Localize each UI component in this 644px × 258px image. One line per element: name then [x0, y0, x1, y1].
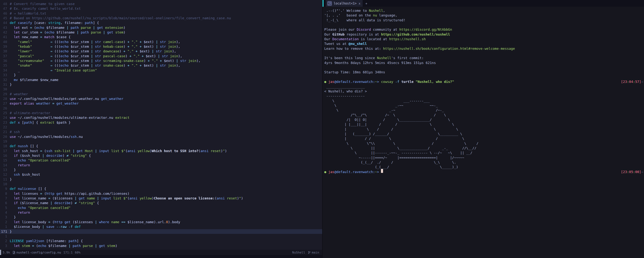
line-number: 36: [0, 58, 10, 63]
code-line[interactable]: 16 if ($ssh_host | describe) ≠ "string" …: [0, 153, 322, 158]
code-line[interactable]: 36 "screamsnake" ⇒ (((echo $cur_stem | s…: [0, 58, 322, 63]
code-line[interactable]: 17 let ssh_host = (ssh ssh-list | get Ho…: [0, 149, 322, 153]
code-text: }: [10, 73, 16, 77]
code-line[interactable]: 47# Ex. caseify camel hello_world.txt: [0, 6, 322, 11]
code-line[interactable]: 10: [0, 182, 322, 186]
timestamp: [23:05:00]→: [621, 170, 643, 174]
terminal-output[interactable]: .--()°'.' Welcome to Nushell,'|, . ,' ba…: [322, 7, 644, 258]
code-line[interactable]: 1: [0, 234, 322, 239]
code-line[interactable]: 24use ~/.config/nushell/modules/ultimate…: [0, 115, 322, 120]
code-line[interactable]: 2 let license_body = (http get ($license…: [0, 220, 322, 224]
code-line[interactable]: 29# weather: [0, 92, 322, 96]
editor-pane: 48# Convert filename to given case47# Ex…: [0, 0, 322, 258]
code-text: "kebab" ⇒ (((echo $cur_stem | str kebab-…: [10, 44, 180, 49]
block-cursor[interactable]: [381, 169, 383, 173]
code-text: # ssh: [10, 129, 20, 134]
code-text: }: [10, 167, 16, 172]
code-text: LICENSE yaml2json [filename: path] {: [10, 239, 83, 243]
code-line[interactable]: 20use ~/.config/nushell/modules/ssh.nu: [0, 134, 322, 139]
code-text: if ($ssh_host | describe) ≠ "string" {: [10, 153, 91, 158]
line-number: 20: [0, 134, 10, 139]
code-line[interactable]: 3 let stem = (echo $filename | path pars…: [0, 244, 322, 248]
code-line[interactable]: 22: [0, 125, 322, 129]
tab-title: localhost<1>: [334, 1, 357, 5]
code-text: "snake" ⇒ (((echo $cur_stem | str snake-…: [10, 63, 180, 68]
code-line[interactable]: 28use ~/.config/nushell/modules/get-weat…: [0, 96, 322, 101]
code-line[interactable]: 34 _ ⇒ "Invalid case option": [0, 68, 322, 73]
line-number: 29: [0, 92, 10, 96]
line-number: 47: [0, 6, 10, 11]
terminal-row: \ _-~ /~-_: [324, 108, 644, 112]
status-left: 5.9k nushell-config/config.nu 171:1 60%: [2, 251, 80, 254]
code-line[interactable]: 48# Convert filename to given case: [0, 1, 322, 6]
code-line[interactable]: 43 let ext = (echo $filename | path pars…: [0, 25, 322, 30]
code-line[interactable]: 8 let licenses = (http get https://api.g…: [0, 191, 322, 196]
terminal-text: [: [621, 170, 623, 174]
code-line[interactable]: 4 return: [0, 210, 322, 215]
code-text: }: [10, 215, 16, 220]
code-line[interactable]: 37 "pascal" ⇒ (((echo $cur_stem | str pa…: [0, 54, 322, 58]
code-line[interactable]: 38 "lower" ⇒ (((echo $cur_stem | str dow…: [0, 49, 322, 53]
line-number: 3: [0, 215, 10, 220]
code-line[interactable]: 9def nulicense [] {: [0, 186, 322, 191]
code-line[interactable]: 40 "camel" ⇒ (((echo $cur_stem | str cam…: [0, 39, 322, 44]
code-line-current[interactable]: 171}: [0, 229, 322, 234]
code-line[interactable]: 18def nussh [] {: [0, 144, 322, 148]
code-line[interactable]: 13 }: [0, 167, 322, 172]
git-branch-name: main: [312, 251, 319, 254]
active-pane-accent: [322, 0, 324, 7]
code-line[interactable]: 23def x [path] { extract $path }: [0, 120, 322, 125]
tab-close-button[interactable]: x: [359, 2, 360, 5]
code-line[interactable]: 27export alias weather = get_weather: [0, 101, 322, 106]
code-line[interactable]: 33 }: [0, 73, 322, 77]
code-line[interactable]: 15 echo "Operation cancelled": [0, 158, 322, 163]
terminal-text: ~-----||====/~ |==================| |/~~…: [324, 155, 464, 160]
code-line[interactable]: 45# Based on https://github.com/nushell/…: [0, 16, 322, 20]
code-line[interactable]: 46# ⇒ helloWorld.txt: [0, 11, 322, 16]
code-line[interactable]: 5 echo "Operation cancelled": [0, 206, 322, 210]
code-line[interactable]: 32 mv $filename $new_name: [0, 77, 322, 82]
terminal-text: \ _-~ /~-_: [324, 108, 444, 112]
app-window: 48# Convert filename to given case47# Ex…: [0, 0, 644, 258]
terminal-text: @nu_shell: [348, 41, 367, 46]
code-line[interactable]: 3 }: [0, 215, 322, 220]
code-text: # ultimate-extractor: [10, 111, 50, 115]
terminal-text: [399, 79, 402, 84]
line-number: 48: [0, 1, 10, 6]
code-line[interactable]: 7 let license_name = ($licenses | get na…: [0, 196, 322, 201]
code-text: # ⇒ helloWorld.txt: [10, 11, 46, 16]
code-line[interactable]: 2LICENSE yaml2json [filename: path] {: [0, 239, 322, 243]
code-line[interactable]: 42 let cur_stem = (echo $filename | path…: [0, 30, 322, 35]
terminal-text: :: [627, 80, 629, 84]
line-number: 11: [0, 177, 10, 182]
code-line[interactable]: 11}: [0, 177, 322, 182]
code-line[interactable]: 6 if ($license_name | describe) ≠ "strin…: [0, 201, 322, 205]
line-number: 6: [0, 201, 10, 205]
code-line[interactable]: 1 $license_body | save --raw -f def: [0, 224, 322, 229]
code-line[interactable]: 21# ssh: [0, 129, 322, 134]
code-line[interactable]: 44def caseify [case: string, filename: p…: [0, 20, 322, 25]
code-text: # Convert filename to given case: [10, 1, 75, 6]
line-number: 26: [0, 106, 10, 111]
scroll-indicator[interactable]: [0, 250, 1, 255]
terminal-text: '|, . ,' based on the: [324, 13, 373, 17]
code-line[interactable]: 35 "snake" ⇒ (((echo $cur_stem | str sna…: [0, 63, 322, 68]
terminal-tab[interactable]: >_ localhost<1> x: [326, 0, 362, 7]
terminal-text: ●: [324, 79, 328, 84]
code-line[interactable]: 30: [0, 87, 322, 91]
code-line[interactable]: 25# ultimate-extractor: [0, 111, 322, 115]
editor-buffer[interactable]: 48# Convert filename to given case47# Ex…: [0, 0, 322, 250]
new-tab-button[interactable]: +: [362, 0, 370, 7]
code-line[interactable]: 26: [0, 106, 322, 111]
terminal-text: GitHub: [332, 32, 344, 37]
code-line[interactable]: 41 let new_name = match $case {: [0, 35, 322, 39]
code-line[interactable]: 14 return: [0, 163, 322, 167]
terminal-row: | (_______) /______/ \_________ \: [324, 132, 644, 136]
code-line[interactable]: 12 ssh $ssh_host: [0, 172, 322, 177]
code-line[interactable]: 39 "kebab" ⇒ (((echo $cur_stem | str keb…: [0, 44, 322, 49]
code-line[interactable]: 19: [0, 139, 322, 144]
code-text: let stem = (echo $filename | path parse …: [10, 244, 118, 248]
command-line[interactable]: [0, 255, 322, 258]
code-line[interactable]: 31}: [0, 82, 322, 87]
prompt-row: ● jas@default.ravenwatch:~> [23:05:00]→: [324, 170, 644, 174]
